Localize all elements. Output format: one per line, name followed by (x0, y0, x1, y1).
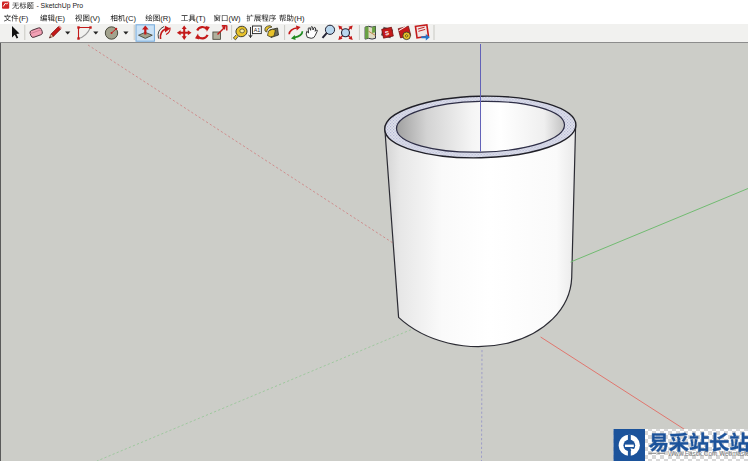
svg-text:(E): (E) (55, 14, 66, 23)
svg-text:- SketchUp Pro: - SketchUp Pro (36, 2, 83, 10)
svg-text:(R): (R) (160, 14, 171, 23)
svg-text:(W): (W) (228, 14, 241, 23)
svg-text:(V): (V) (90, 14, 101, 23)
svg-text:(H): (H) (294, 14, 305, 23)
svg-text:(F): (F) (19, 14, 29, 23)
svg-text:(C): (C) (125, 14, 136, 23)
svg-text:Www.Easck.Com Webmaster: Www.Easck.Com Webmaster (668, 450, 748, 457)
svg-text:A1: A1 (254, 27, 261, 33)
svg-text:(T): (T) (196, 14, 206, 23)
